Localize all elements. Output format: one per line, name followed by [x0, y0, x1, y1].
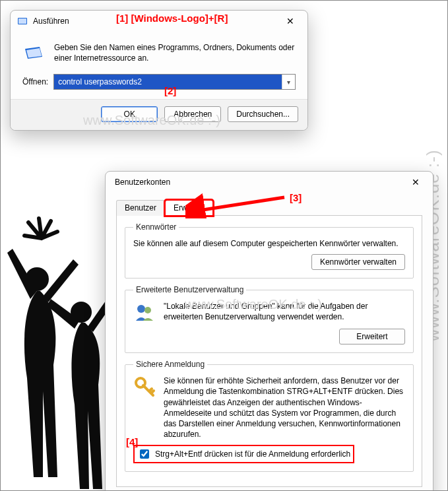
svg-rect-4	[18, 18, 26, 24]
run-title: Ausführen	[33, 16, 277, 26]
group-secure-logon: Sichere Anmeldung Sie können für erhöhte…	[125, 360, 414, 472]
run-dialog: Ausführen ✕ Geben Sie den Namen eines Pr…	[10, 10, 308, 131]
close-button[interactable]: ✕	[277, 12, 304, 30]
manage-passwords-button[interactable]: Kennwörter verwalten	[311, 254, 405, 270]
advanced-button[interactable]: Erweitert	[339, 329, 405, 344]
svg-point-6	[144, 307, 151, 313]
key-icon	[133, 376, 156, 398]
advanced-text: "Lokale Benutzer und Gruppen" kann für d…	[164, 301, 405, 322]
open-input[interactable]	[54, 75, 282, 89]
acct-title: Benutzerkonten	[112, 178, 402, 187]
passwords-text: Sie können alle auf diesem Computer gesp…	[133, 238, 405, 249]
secure-logon-checkbox-label: Strg+Alt+Entf drücken ist für die Anmeld…	[155, 449, 350, 459]
close-button[interactable]: ✕	[402, 173, 429, 191]
secure-text: Sie können für erhöhte Sicherheit anford…	[164, 376, 405, 440]
group-passwords: Kennwörter Sie können alle auf diesem Co…	[125, 222, 414, 278]
run-button-row: OK Abbrechen Durchsuchen...	[11, 99, 307, 130]
group-secure-legend: Sichere Anmeldung	[133, 360, 207, 369]
group-advanced-legend: Erweiterte Benutzerverwaltung	[133, 285, 246, 294]
secure-logon-checkbox[interactable]	[140, 449, 149, 459]
open-combobox[interactable]: ▾	[53, 74, 296, 90]
cancel-button[interactable]: Abbrechen	[164, 106, 221, 122]
run-icon	[17, 16, 28, 26]
tab-users[interactable]: Benutzer	[116, 200, 165, 216]
tab-page-advanced: Kennwörter Sie können alle auf diesem Co…	[116, 216, 422, 487]
tab-advanced[interactable]: Erweitert	[165, 200, 213, 216]
secure-logon-checkbox-row[interactable]: Strg+Alt+Entf drücken ist für die Anmeld…	[133, 445, 354, 463]
svg-point-5	[137, 305, 145, 313]
open-label: Öffnen:	[22, 77, 48, 86]
group-advanced-users: Erweiterte Benutzerverwaltung "Lokale Be…	[125, 285, 414, 353]
ok-button[interactable]: OK	[101, 106, 158, 122]
run-description: Geben Sie den Namen eines Programms, Ord…	[54, 42, 296, 63]
user-accounts-dialog: Benutzerkonten ✕ Benutzer Erweitert Kenn…	[105, 171, 433, 491]
users-icon	[133, 301, 156, 323]
chevron-down-icon[interactable]: ▾	[282, 75, 295, 89]
run-titlebar: Ausführen ✕	[11, 11, 307, 32]
browse-button[interactable]: Durchsuchen...	[228, 106, 298, 122]
group-passwords-legend: Kennwörter	[133, 222, 179, 232]
run-large-icon	[22, 42, 45, 65]
background-figures	[1, 213, 119, 490]
tab-strip: Benutzer Erweitert	[116, 199, 422, 216]
acct-titlebar: Benutzerkonten ✕	[106, 172, 433, 193]
